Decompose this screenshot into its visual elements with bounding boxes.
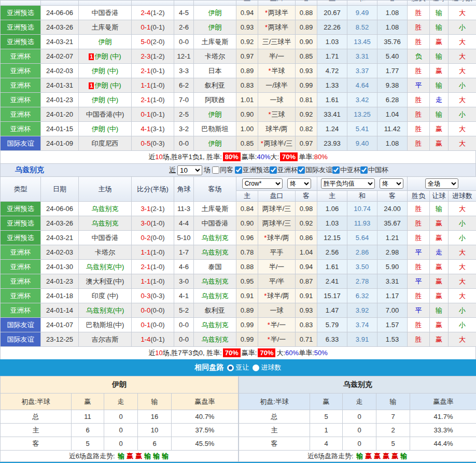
match-date: 24-03-26 (41, 216, 79, 231)
match-date: 24-06-06 (41, 6, 79, 20)
euro-home-odds: 12.15 (317, 231, 347, 245)
corners: 5-2 (174, 303, 194, 318)
match-row: 亚洲预选 24-03-21 中国香港 0-2(0-0) 5-10 乌兹别克 0.… (1, 231, 476, 245)
scope-label: 主 (1, 424, 72, 437)
euro-home-odds: 1.24 (317, 122, 347, 136)
same-away-checkbox[interactable] (212, 166, 219, 174)
col-type: 类型 (1, 177, 41, 202)
recent-count-select[interactable]: 10 (177, 165, 202, 175)
match-row: 亚洲预选 24-06-06 乌兹别克 3-1(2-1) 11-3 土库曼斯 0.… (1, 202, 476, 216)
result-handicap: 走 (430, 93, 449, 107)
euro-final-select[interactable]: 终 (380, 178, 403, 189)
asian-handicap: *两球半/三 (258, 136, 296, 151)
competition-badge: 亚洲杯 (1, 49, 41, 64)
asian-final-select[interactable]: 终 (287, 178, 311, 189)
euro-draw-odds: 3.92 (347, 303, 377, 318)
iran-compare-table: 伊朗 初盘:半球 赢 走 输 赢盘率 总 11 0 16 40 (0, 376, 239, 462)
euro-away-odds: 35.67 (377, 216, 408, 231)
away-team: 土库曼斯 (194, 35, 236, 49)
push-count: 0 (104, 424, 138, 437)
euro-draw-odds: 6.32 (347, 289, 377, 303)
odds-history-page: 主 盘口 客 主 和 客 胜负 让球 进球数 亚洲预选 24-06-06 中国香… (0, 0, 476, 463)
asian-home-odds: 1.01 (236, 93, 258, 107)
result-goals: 大 (449, 93, 476, 107)
result-wdl: 胜 (408, 20, 430, 35)
match-row: 亚洲杯 24-02-07 1伊朗 (中) 2-3(1-2) 12-1 卡塔尔 0… (1, 49, 476, 64)
euro-home-odds: 1.06 (317, 202, 347, 216)
euro-draw-odds: 5.64 (347, 231, 377, 245)
league-checkbox[interactable] (270, 166, 277, 174)
match-row: 亚洲杯 24-01-23 伊朗 (中) 2-1(1-0) 7-0 阿联酋 1.0… (1, 93, 476, 107)
scope-select[interactable]: 全场 (425, 178, 458, 189)
competition-badge: 亚洲预选 (1, 6, 41, 20)
match-date: 24-01-23 (41, 93, 79, 107)
radio-button[interactable] (253, 364, 259, 371)
scope-label: 客 (239, 437, 310, 451)
corners: 5-10 (174, 231, 194, 245)
push-count: 0 (104, 437, 138, 451)
euro-type-select[interactable]: 胜平负均值 (321, 178, 375, 189)
uzbek-section-bar: 乌兹别克 近 10 场 同客 亚洲预选亚洲杯国际友谊中亚杯中国杯 (0, 163, 476, 176)
league-checkbox[interactable] (360, 166, 368, 174)
result-goals: 小 (449, 78, 476, 93)
result-goals: 大 (449, 202, 476, 216)
match-row: 亚洲杯 24-02-03 卡塔尔 1-1(1-0) 1-7 乌兹别克 0.78 … (1, 245, 476, 260)
home-team: 1伊朗 (中) (79, 78, 132, 93)
score: 0-0(0-0) (132, 303, 174, 318)
match-date: 24-01-30 (41, 260, 79, 274)
result-handicap: 赢 (430, 332, 449, 347)
euro-away-odds: 2.98 (377, 245, 408, 260)
match-date: 24-01-31 (41, 78, 79, 93)
scope-controls: 全场 (408, 177, 476, 191)
competition-badge: 国际友谊 (1, 136, 41, 151)
push-count: 0 (104, 410, 138, 424)
away-team: 泰国 (194, 260, 236, 274)
radio-button[interactable] (227, 364, 234, 371)
away-team: 乌兹别克 (194, 289, 236, 303)
result-wdl: 胜 (408, 231, 430, 245)
match-date: 24-02-03 (41, 245, 79, 260)
result-goals: 大 (449, 64, 476, 78)
euro-away-odds: 5.90 (377, 260, 408, 274)
euro-away-odds: 1.17 (377, 289, 408, 303)
result-wdl: 胜 (408, 93, 430, 107)
result-handicap: 输 (430, 49, 449, 64)
score: 0-1(0-1) (132, 20, 174, 35)
away-team: 伊朗 (194, 136, 236, 151)
table-header-row: 类型 日期 主场 比分(半场) 角球 客场 Crow* 终 胜平负均值 终 全场 (1, 177, 476, 191)
result-goals: 大 (449, 274, 476, 289)
league-checkbox[interactable] (298, 166, 305, 174)
score: 1-1(1-0) (132, 245, 174, 260)
scope-label: 主 (239, 424, 310, 437)
euro-home-odds: 6.33 (317, 332, 347, 347)
euro-draw-odds: 3.74 (347, 318, 377, 332)
score: 3-1(2-1) (132, 202, 174, 216)
euro-home-odds: 1.61 (317, 93, 347, 107)
league-checkbox[interactable] (332, 166, 340, 174)
league-checkbox[interactable] (235, 166, 242, 174)
asian-home-odds: 0.84 (236, 202, 258, 216)
corners: 2-5 (174, 107, 194, 122)
asian-home-odds: 0.90 (236, 216, 258, 231)
league-filter: 中亚杯 (332, 165, 360, 175)
result-handicap: 赢 (430, 64, 449, 78)
corners: 1-7 (174, 245, 194, 260)
result-handicap: 赢 (430, 216, 449, 231)
iran-match-table: 主 盘口 客 主 和 客 胜负 让球 进球数 亚洲预选 24-06-06 中国香… (0, 0, 476, 151)
result-wdl: 胜 (408, 35, 430, 49)
away-team: 巴勒斯坦 (194, 122, 236, 136)
away-team: 叙利亚 (194, 78, 236, 93)
result-handicap: 输 (430, 78, 449, 93)
euro-away-odds: 9.38 (377, 78, 408, 93)
euro-away-odds: 1.08 (377, 20, 408, 35)
score: 1-4(0-1) (132, 332, 174, 347)
win-count: 4 (310, 437, 343, 451)
asian-away-odds: 0.85 (296, 49, 317, 64)
euro-draw-odds: 9.49 (347, 6, 377, 20)
odds-company-select[interactable]: Crow* (242, 178, 283, 189)
match-date: 24-01-14 (41, 303, 79, 318)
asian-away-odds: 0.92 (296, 216, 317, 231)
asian-away-odds: 0.88 (296, 6, 317, 20)
result-goals: 大 (449, 6, 476, 20)
win-rate: 44.4% (410, 437, 476, 451)
